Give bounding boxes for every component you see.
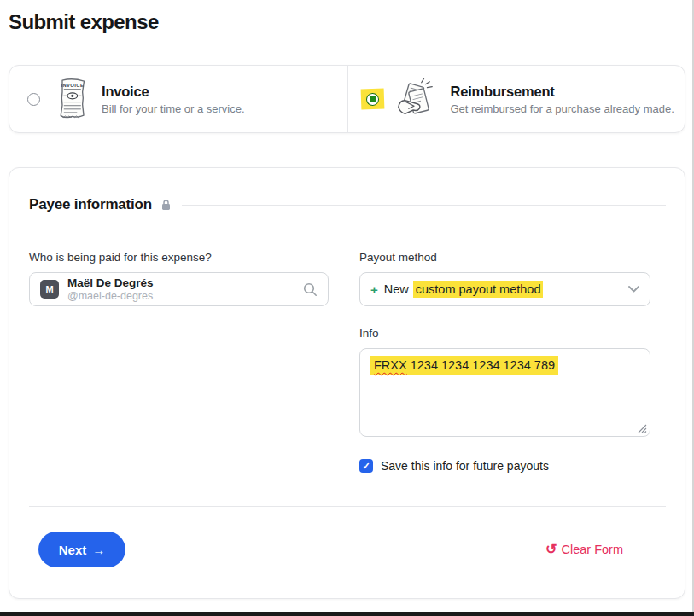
- invoice-option-description: Bill for your time or a service.: [102, 102, 245, 115]
- info-value-rest: 1234 1234 1234 1234 789: [407, 358, 555, 372]
- payee-handle: @mael-de-degres: [67, 290, 303, 302]
- payee-section-header: Payee information: [29, 196, 666, 213]
- reimbursement-option-description: Get reimbursed for a purchase already ma…: [451, 102, 674, 115]
- payout-method-label: Payout method: [359, 251, 650, 264]
- payout-method-select[interactable]: + New custom payout method: [359, 272, 650, 306]
- reimbursement-illustration-icon: [394, 76, 437, 122]
- payee-avatar: M: [40, 280, 59, 299]
- clear-form-label: Clear Form: [561, 543, 623, 556]
- next-button[interactable]: Next→: [38, 532, 125, 567]
- payout-option-prefix: New: [384, 282, 409, 296]
- page-title: Submit expense: [9, 10, 685, 34]
- plus-icon: +: [370, 282, 378, 297]
- expense-type-option-invoice[interactable]: INVOICE Invoice Bill for your time or a …: [9, 66, 347, 132]
- next-button-label: Next: [59, 543, 87, 557]
- payee-form-columns: Who is being paid for this expense? M Ma…: [29, 251, 666, 473]
- payee-column: Who is being paid for this expense? M Ma…: [29, 251, 329, 473]
- reimbursement-radio[interactable]: [365, 92, 379, 106]
- chevron-down-icon: [628, 286, 639, 293]
- info-label: Info: [359, 327, 650, 340]
- checkmark-icon: ✓: [362, 461, 370, 472]
- save-info-checkbox-row[interactable]: ✓ Save this info for future payouts: [359, 459, 650, 473]
- reimbursement-option-label: Reimbursement: [451, 84, 674, 100]
- section-divider: [182, 205, 666, 206]
- invoice-illustration-icon: INVOICE: [54, 75, 88, 123]
- clear-form-link[interactable]: ↺ Clear Form: [545, 543, 623, 556]
- expense-type-option-reimbursement[interactable]: Reimbursement Get reimbursed for a purch…: [347, 66, 685, 132]
- invoice-radio[interactable]: [27, 93, 40, 106]
- undo-icon: ↺: [545, 543, 557, 556]
- radio-selected-dot: [369, 96, 376, 102]
- svg-text:INVOICE: INVOICE: [61, 83, 84, 88]
- payee-section-heading: Payee information: [29, 196, 152, 213]
- save-info-checkbox[interactable]: ✓: [359, 459, 373, 473]
- invoice-option-label: Invoice: [102, 84, 245, 100]
- info-value-misspelled: FRXX: [374, 358, 407, 372]
- payee-identity: Maël De Degrés @mael-de-degres: [67, 276, 303, 302]
- info-value: FRXX 1234 1234 1234 1234 789: [370, 356, 558, 375]
- reimbursement-radio-highlight: [360, 89, 384, 110]
- expense-type-selector: INVOICE Invoice Bill for your time or a …: [9, 65, 685, 133]
- footer-divider: [29, 506, 666, 507]
- payee-picker[interactable]: M Maël De Degrés @mael-de-degres: [29, 272, 329, 306]
- search-icon: [303, 282, 318, 297]
- lock-icon: [160, 199, 172, 211]
- payee-label: Who is being paid for this expense?: [29, 251, 329, 264]
- save-info-label: Save this info for future payouts: [381, 459, 549, 473]
- payee-information-card: Payee information Who is being paid for …: [9, 167, 685, 599]
- arrow-right-icon: →: [92, 543, 105, 557]
- resize-handle[interactable]: [638, 424, 647, 433]
- reimbursement-option-text: Reimbursement Get reimbursed for a purch…: [451, 84, 674, 115]
- window-bottom-border: [0, 612, 694, 616]
- form-footer: Next→ ↺ Clear Form: [29, 532, 666, 567]
- submit-expense-page: Submit expense INVOICE: [0, 0, 694, 616]
- invoice-option-text: Invoice Bill for your time or a service.: [102, 84, 245, 115]
- info-textarea[interactable]: FRXX 1234 1234 1234 1234 789: [359, 348, 650, 437]
- payee-name: Maël De Degrés: [67, 276, 303, 290]
- payout-column: Payout method + New custom payout method…: [359, 251, 650, 473]
- payout-option-highlighted: custom payout method: [413, 281, 544, 298]
